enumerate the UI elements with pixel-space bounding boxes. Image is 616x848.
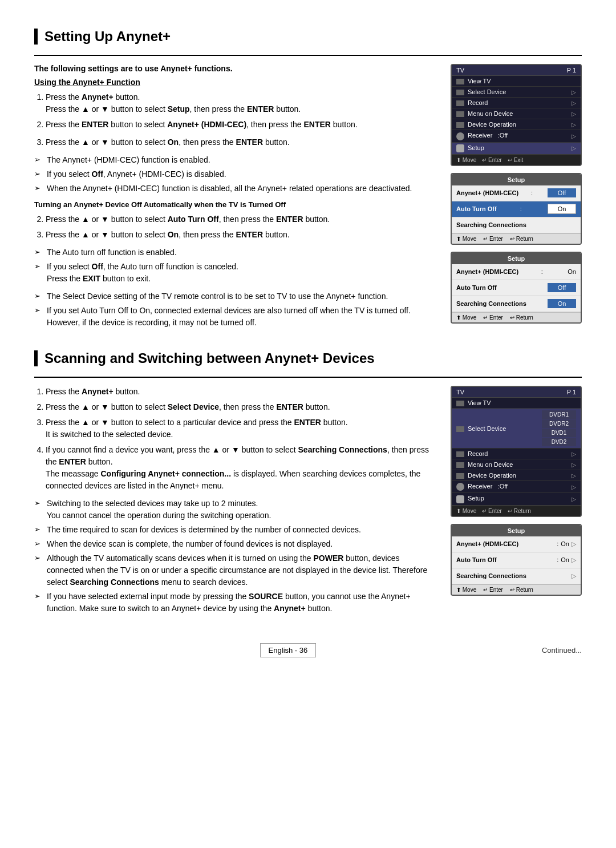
tv-menu-menu-on-device: Menu on Device ▷ [452, 108, 581, 119]
step-1-2-bold3: ENTER [303, 120, 330, 129]
setup-footer-enter-3: ↵ Enter [483, 587, 503, 593]
setup-colon-3: : [541, 268, 543, 275]
tv-icon-2-2 [456, 426, 464, 432]
tv-menu-view-tv: View TV [452, 76, 581, 87]
setup-footer-move-2: ⬆ Move [456, 314, 476, 321]
section1-notes1: The Anynet+ (HDMI-CEC) function is enabl… [34, 154, 437, 195]
scan-note-3: When the device scan is complete, the nu… [34, 538, 437, 550]
tv-program-2: P 1 [567, 389, 576, 395]
tv-icon-5 [456, 122, 464, 128]
section1-divider [34, 55, 582, 56]
tv-icon-2-1 [456, 401, 464, 406]
step-2-2-bold2: ENTER [276, 215, 303, 224]
section2-left: Press the Anynet+ button. Press the ▲ or… [34, 386, 437, 620]
section1-title: Setting Up Anynet+ [34, 29, 582, 45]
setup-footer-enter-1: ↵ Enter [483, 236, 503, 242]
step-2-3-bold2: ENTER [236, 230, 263, 239]
tv-icon-3 [456, 100, 464, 106]
scan-step-3-bold: ENTER [294, 418, 321, 427]
note-3-2: If you set Auto Turn Off to On, connecte… [34, 305, 437, 329]
section1-subheading: Using the Anynet+ Function [34, 78, 437, 87]
setup-footer-move-1: ⬆ Move [456, 236, 476, 242]
section1-right: TV P 1 View TV Select Device ▷ Record ▷ … [451, 64, 582, 334]
scan-step-4-bold3: Configuring Anynet+ connection... [101, 469, 232, 478]
tv-menu-record: Record ▷ [452, 98, 581, 108]
setup-row-autoturnoff-2: Auto Turn Off Off [452, 280, 581, 296]
tv-screen-2: TV P 1 View TV Select Device DVDR1 DVDR2… [451, 386, 582, 517]
section1-intro: The following settings are to use Anynet… [34, 64, 437, 73]
setup-row-hdmicec-1: Anynet+ (HDMI-CEC) : Off [452, 185, 581, 201]
setup-footer-1: ⬆ Move ↵ Enter ↩ Return [452, 233, 581, 244]
tv-menu-menuondevice-2: Menu on Device ▷ [452, 459, 581, 470]
setup-footer-return-2: ↩ Return [510, 314, 533, 321]
scan-step-2-bold2: ENTER [276, 402, 303, 411]
section1-content: The following settings are to use Anynet… [34, 64, 582, 334]
setup-header-2: Setup [452, 253, 581, 264]
note-2-2: If you select Off, the Auto turn off fun… [34, 261, 437, 285]
step-2-2: Press the ▲ or ▼ button to select Auto T… [46, 213, 437, 225]
section-scanning: Scanning and Switching between Anynet+ D… [34, 350, 582, 620]
step-1-3-bold2: ENTER [236, 138, 263, 147]
section1-notes2: The Auto turn off function is enabled. I… [34, 247, 437, 285]
tv-channel-1: TV [456, 67, 464, 74]
arrow-hdmicec-3: ▷ [572, 540, 576, 548]
tv-footer-2: ⬆ Move ↵ Enter ↩ Return [452, 506, 581, 516]
setup-row-searching-3: Searching Connections ▷ [452, 568, 581, 584]
scan-step-3: Press the ▲ or ▼ button to select to a p… [46, 417, 437, 441]
tv-footer-return-2: ↩ Return [508, 508, 531, 514]
setup-label-autoturnoff-2: Auto Turn Off [456, 284, 497, 291]
arrow-deviceop-2: ▷ [572, 473, 576, 479]
section2-steps: Press the Anynet+ button. Press the ▲ or… [34, 386, 437, 492]
setup-label-hdmicec-3: Anynet+ (HDMI-CEC) [456, 540, 518, 547]
tv-program-1: P 1 [567, 67, 576, 74]
section2-right: TV P 1 View TV Select Device DVDR1 DVDR2… [451, 386, 582, 620]
tv-icon-2 [456, 90, 464, 95]
note-2-1: The Auto turn off function is enabled. [34, 247, 437, 259]
step-1-3-bold1: On [168, 138, 179, 147]
tv-footer-enter: ↵ Enter [482, 157, 502, 163]
device-dvd2: DVD2 [542, 438, 576, 446]
section1-left: The following settings are to use Anynet… [34, 64, 437, 334]
step-2-2-bold1: Auto Turn Off [168, 215, 219, 224]
tv-menu-receiver: Receiver :Off ▷ [452, 130, 581, 142]
setup-value-on-1: On [548, 204, 576, 214]
tv-menu-device-operation: Device Operation ▷ [452, 119, 581, 130]
setup-footer-3: ⬆ Move ↵ Enter ↩ Return [452, 584, 581, 595]
setup-screen-1: Setup Anynet+ (HDMI-CEC) : Off Auto Turn… [451, 173, 582, 245]
setup-label-autoturnoff-1: Auto Turn Off [456, 205, 497, 212]
section1-steps2: Press the ▲ or ▼ button to select Auto T… [34, 213, 437, 241]
setup-label-hdmicec-2: Anynet+ (HDMI-CEC) [456, 268, 518, 275]
arrow-select-device: ▷ [572, 89, 576, 95]
setup-row-searching-2: Searching Connections On [452, 296, 581, 312]
continued-text: Continued... [542, 646, 582, 655]
step-2-3-bold1: On [168, 230, 179, 239]
setup-label-autoturn-3: Auto Turn Off [456, 556, 497, 563]
setup-footer-move-3: ⬆ Move [456, 587, 476, 593]
step-1-1-bold2: Setup [168, 104, 190, 114]
tv-menu-record-2: Record ▷ [452, 449, 581, 459]
arrow-record: ▷ [572, 100, 576, 106]
tv-icon-receiver [456, 132, 464, 140]
setup-value-on-2: On [568, 268, 576, 275]
tv-footer-1: ⬆ Move ↵ Enter ↩ Exit [452, 155, 581, 165]
section1-notes3: The Select Device setting of the TV remo… [34, 290, 437, 329]
setup-footer-enter-2: ↵ Enter [483, 314, 503, 321]
arrow-menuondevice-2: ▷ [572, 462, 576, 468]
scan-step-4-bold1: Searching Connections [298, 445, 387, 454]
tv-channel-2: TV [456, 389, 464, 395]
tv-icon-2-3 [456, 451, 464, 457]
tv-footer-enter-2: ↵ Enter [482, 508, 502, 514]
step-1-1-bold3: ENTER [247, 104, 274, 114]
tv-icon-receiver-2 [456, 483, 464, 491]
device-dvdr1: DVDR1 [542, 410, 576, 419]
tv-footer-move: ⬆ Move [456, 157, 476, 163]
setup-screen-2: Setup Anynet+ (HDMI-CEC) : On Auto Turn … [451, 252, 582, 324]
arrow-record-2: ▷ [572, 451, 576, 457]
setup-row-hdmicec-3: Anynet+ (HDMI-CEC) : On ▷ [452, 536, 581, 552]
note-1-1: The Anynet+ (HDMI-CEC) function is enabl… [34, 154, 437, 166]
tv-icon-setup [456, 144, 464, 152]
setup-value-off: Off [548, 188, 576, 197]
tv-menu-setup-2: Setup ▷ [452, 493, 581, 505]
tv-menu-view-tv-2: View TV [452, 398, 581, 409]
section2-notes: Switching to the selected devices may ta… [34, 498, 437, 615]
